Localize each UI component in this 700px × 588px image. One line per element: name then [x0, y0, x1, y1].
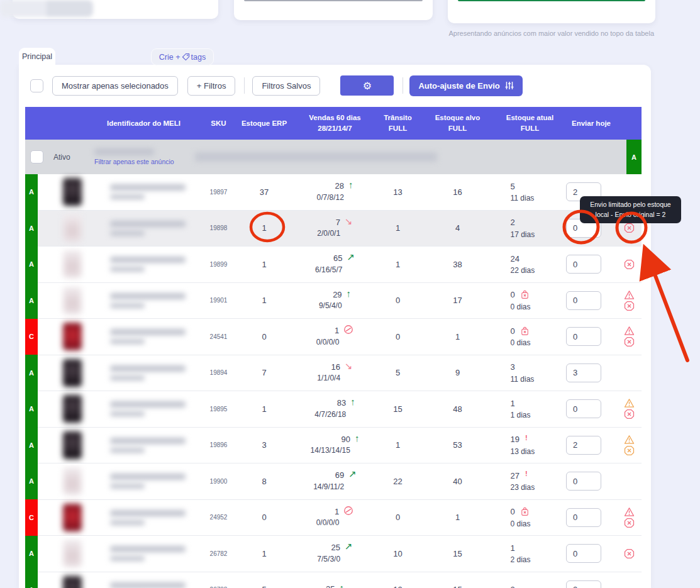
- enviar-hoje-input[interactable]: [566, 436, 601, 455]
- status-badge: A: [25, 391, 38, 428]
- estoque-atual-cell: 217 dias: [511, 216, 550, 240]
- estoque-atual-cell: 00 dias: [511, 325, 550, 349]
- status-badge: C: [25, 319, 38, 355]
- enviar-hoje-input[interactable]: [566, 472, 601, 491]
- sku-value: 19900: [204, 478, 233, 485]
- toolbar: Mostrar apenas selecionados + Filtros Fi…: [25, 75, 523, 96]
- estoque-atual-value: 19: [511, 433, 519, 446]
- tab-blurred[interactable]: [0, 0, 93, 17]
- filters-button[interactable]: + Filtros: [187, 76, 236, 96]
- tab-principal[interactable]: Principal: [19, 48, 55, 65]
- estoque-atual-cell: 11 dias: [511, 397, 550, 421]
- estoque-atual-value: 0: [511, 325, 515, 338]
- octagon-x-icon: [624, 336, 635, 347]
- trend-down-right-icon: ↘: [345, 216, 353, 226]
- estoque-atual-value: 0: [511, 289, 515, 301]
- gear-icon: ⚙: [363, 80, 372, 92]
- estoque-atual-value: 2: [511, 216, 515, 229]
- table-row: A26798525↑12152: [25, 572, 642, 588]
- product-thumbnail: [63, 287, 82, 314]
- status-badge: A: [25, 463, 38, 500]
- trend-down-right-icon: ↘: [345, 361, 353, 370]
- saved-filters-button[interactable]: Filtros Salvos: [252, 76, 320, 96]
- transito-full-value: 22: [374, 477, 421, 486]
- summary-card-right: [448, 0, 655, 23]
- ativo-checkbox[interactable]: [30, 150, 43, 164]
- blurred-identifier: [107, 257, 204, 272]
- estoque-erp-value: 1: [233, 296, 296, 305]
- header-vendas: Vendas 60 dias28/21/14/7: [296, 107, 374, 140]
- enviar-hoje-input[interactable]: [566, 544, 601, 563]
- enviar-hoje-input[interactable]: [566, 291, 601, 310]
- enviar-hoje-input[interactable]: [566, 580, 601, 588]
- product-thumbnail: [63, 178, 82, 206]
- blurred-identifier: [107, 293, 204, 308]
- trend-up-icon: ↑: [350, 397, 355, 406]
- dias-label: 0 dias: [511, 301, 550, 313]
- page: Apresentando anúncios com maior valor ve…: [0, 0, 700, 588]
- ativo-label: Ativo: [53, 153, 91, 162]
- row-alert-icons: [616, 223, 642, 233]
- tag-icon: [182, 53, 190, 61]
- header-estoque-atual: Estoque atualFULL: [494, 107, 566, 140]
- status-badge: A: [25, 174, 38, 211]
- dias-label: 17 dias: [511, 229, 550, 240]
- enviar-hoje-input[interactable]: [566, 508, 601, 527]
- dias-label: 13 dias: [511, 446, 550, 457]
- estoque-alvo-value: 9: [421, 368, 494, 377]
- header-enviar-hoje: Enviar hoje: [572, 118, 611, 129]
- octagon-x-icon: [624, 409, 635, 419]
- enviar-hoje-input[interactable]: [566, 255, 601, 274]
- estoque-atual-value: 1: [511, 542, 515, 555]
- triangle-warning-icon: [624, 507, 635, 517]
- row-alert-icons: [616, 507, 642, 528]
- group-status-badge: A: [626, 140, 642, 174]
- dias-label: 0 dias: [511, 518, 550, 530]
- estoque-erp-value: 5: [233, 585, 296, 588]
- octagon-x-icon: [624, 445, 635, 456]
- trend-up-right-icon: ↗: [345, 541, 353, 551]
- enviar-hoje-input[interactable]: [566, 327, 601, 346]
- settings-gear-button[interactable]: ⚙: [340, 75, 394, 96]
- stock-alert-mark: !: [525, 433, 528, 443]
- transito-full-value: 5: [374, 368, 421, 377]
- filter-this-ad-link[interactable]: Filtrar apenas este anúncio: [94, 158, 192, 165]
- tab-create-tags[interactable]: Crie + tags: [151, 48, 214, 65]
- estoque-atual-value: 1: [511, 397, 515, 410]
- estoque-atual-cell: 12 dias: [511, 542, 550, 566]
- sku-value: 26782: [204, 550, 233, 557]
- vendas-cell: 10/0/0/0: [296, 506, 374, 529]
- estoque-alvo-value: 15: [421, 585, 494, 588]
- auto-adjust-label: Auto-ajuste de Envio: [418, 81, 499, 91]
- table-header: Identificador do MELI SKU Estoque ERP Ve…: [25, 107, 642, 140]
- transito-full-value: 10: [374, 549, 421, 558]
- table-row: A198951834/7/26/18↑154811 dias: [25, 391, 642, 428]
- dias-label: 2 dias: [511, 554, 550, 565]
- row-alert-icons: [616, 398, 642, 419]
- status-badge: A: [25, 536, 38, 572]
- triangle-warning-icon: [624, 435, 635, 445]
- product-thumbnail: [63, 540, 82, 567]
- estoque-erp-value: 8: [233, 477, 296, 486]
- blurred-identifier: [107, 438, 204, 453]
- tooltip-line1: Envio limitado pelo estoque: [584, 199, 677, 209]
- blurred-identifier: [107, 510, 204, 525]
- sku-value: 19894: [204, 369, 233, 376]
- status-badge: A: [25, 247, 38, 283]
- auto-adjust-send-button[interactable]: Auto-ajuste de Envio: [409, 75, 522, 96]
- product-thumbnail: [63, 323, 82, 350]
- estoque-alvo-value: 1: [421, 332, 494, 341]
- enviar-hoje-input[interactable]: [566, 363, 601, 382]
- status-badge: A: [25, 210, 38, 247]
- select-all-checkbox[interactable]: [30, 79, 43, 92]
- estoque-atual-cell: 19!13 dias: [511, 433, 550, 457]
- blurred-identifier: [107, 184, 204, 199]
- estoque-erp-value: 37: [233, 187, 296, 197]
- status-badge: A: [25, 427, 38, 463]
- enviar-hoje-input[interactable]: [566, 399, 601, 418]
- header-transito: TrânsitoFULL: [374, 107, 421, 140]
- row-alert-icons: [616, 290, 642, 311]
- estoque-atual-value: 0: [511, 506, 515, 518]
- no-local-stock-icon: [521, 507, 529, 516]
- show-selected-button[interactable]: Mostrar apenas selecionados: [52, 76, 178, 96]
